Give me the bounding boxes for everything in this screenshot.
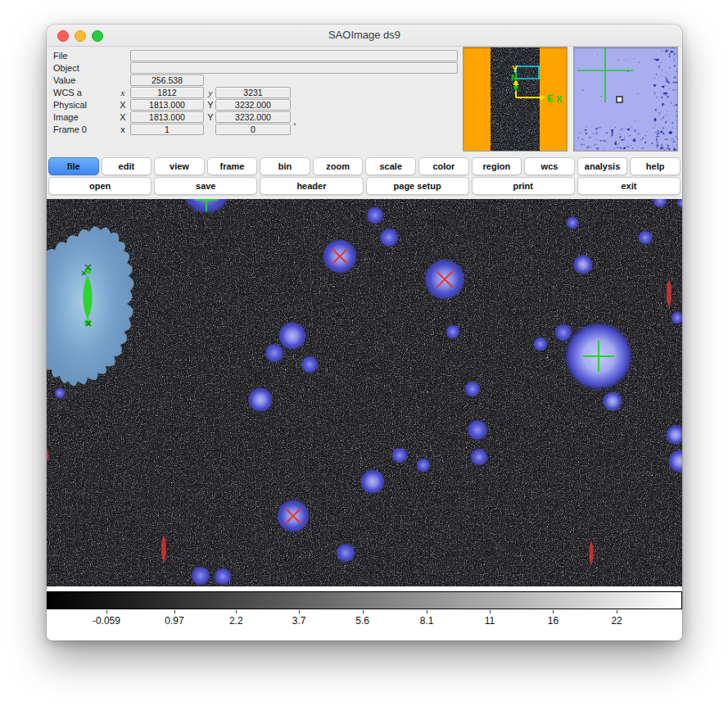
menu-bar: file edit view frame bin zoom scale colo… (48, 157, 681, 175)
panner-image-strip (491, 48, 540, 151)
colorbar-tick (363, 610, 364, 613)
compass-e-label: E (547, 93, 553, 103)
image-x-sublabel: X (117, 111, 129, 123)
colorbar-tick-label: 2.2 (229, 615, 243, 627)
colorbar-tick-label: 3.7 (292, 615, 306, 627)
compass-x-label: X (556, 94, 563, 104)
menu-help[interactable]: help (630, 157, 681, 175)
value-label: Value (53, 75, 75, 86)
wcs-x-sublabel: x (117, 87, 129, 98)
colorbar-tick-label: -0.059 (93, 615, 120, 627)
page-setup-button[interactable]: page setup (366, 177, 469, 195)
magnifier-pixel-noise (574, 48, 677, 151)
traffic-lights (57, 30, 103, 42)
save-button[interactable]: save (154, 177, 257, 195)
open-button[interactable]: open (48, 177, 151, 195)
physical-label: Physical (53, 99, 87, 111)
colorbar-tick-label: 0.97 (165, 615, 183, 627)
menu-region[interactable]: region (472, 157, 522, 175)
image-y-sublabel: Y (205, 111, 216, 123)
header-button[interactable]: header (260, 177, 363, 195)
file-label: File (53, 50, 68, 61)
menu-file[interactable]: file (48, 157, 99, 175)
physical-x-sublabel: X (117, 99, 129, 111)
menu-zoom[interactable]: zoom (313, 157, 364, 175)
physical-x-field: 1813.000 (130, 99, 204, 111)
menu-bin[interactable]: bin (260, 157, 310, 175)
ds9-window: SAOImage ds9 File Object Value 256.538 W… (47, 25, 682, 640)
close-button[interactable] (57, 30, 69, 42)
magnifier-pixel-box (617, 97, 622, 102)
frame-zoom-field: 1 (130, 124, 204, 135)
degree-symbol: ° (293, 122, 296, 130)
colorbar-tick-label: 5.6 (355, 615, 369, 627)
menu-wcs[interactable]: wcs (524, 157, 575, 175)
image-canvas[interactable] (47, 199, 682, 586)
colorbar-panel: -0.059 0.97 2.2 3.7 5.6 8.1 11 16 22 (47, 586, 682, 640)
fits-image (47, 199, 682, 586)
menu-edit[interactable]: edit (102, 157, 152, 175)
magnifier (573, 47, 678, 152)
colorbar-tick (106, 610, 107, 613)
fullscreen-button[interactable] (92, 30, 103, 42)
file-submenu-bar: open save header page setup print exit (48, 177, 681, 195)
menu-view[interactable]: view (154, 157, 205, 175)
image-y-field: 3232.000 (215, 111, 291, 123)
wcs-y-field: 3231 (215, 87, 291, 98)
frame-rotation-field: 0 (215, 124, 291, 135)
panner-canvas: Y N E X (463, 48, 567, 151)
colorbar-tick (617, 610, 617, 613)
frame-zoom-sublabel: x (117, 124, 129, 135)
print-button[interactable]: print (472, 177, 575, 195)
object-field[interactable] (130, 62, 458, 74)
colorbar-tick (299, 610, 300, 613)
exit-button[interactable]: exit (577, 177, 681, 195)
colorbar-tick-label: 22 (611, 615, 622, 627)
menu-color[interactable]: color (418, 157, 469, 175)
frame-label: Frame 0 (53, 124, 87, 135)
menu-scale[interactable]: scale (365, 157, 416, 175)
wcs-label: WCS a (53, 87, 82, 98)
image-label: Image (53, 111, 79, 123)
window-title: SAOImage ds9 (47, 25, 682, 46)
wcs-x-field: 1812 (130, 87, 204, 98)
colorbar-tick-label: 8.1 (420, 615, 434, 627)
titlebar[interactable]: SAOImage ds9 (47, 25, 682, 47)
colorbar-tick (174, 610, 175, 613)
panner[interactable]: Y N E X (463, 47, 567, 152)
value-field: 256.538 (130, 75, 204, 86)
menu-analysis[interactable]: analysis (577, 157, 628, 175)
compass-n-label: N (511, 73, 518, 83)
menu-frame[interactable]: frame (207, 157, 258, 175)
object-label: Object (53, 62, 79, 74)
desktop: SAOImage ds9 File Object Value 256.538 W… (0, 0, 728, 706)
magnifier-canvas (574, 48, 677, 151)
colorbar[interactable] (47, 591, 682, 609)
minimize-button[interactable] (75, 30, 86, 42)
colorbar-tick-label: 11 (485, 615, 495, 627)
physical-y-field: 3232.000 (215, 99, 291, 111)
physical-y-sublabel: Y (205, 99, 216, 111)
colorbar-tick (236, 610, 237, 613)
wcs-y-sublabel: y (205, 87, 216, 98)
file-field[interactable] (130, 50, 458, 61)
image-x-field: 1813.000 (130, 111, 204, 123)
colorbar-tick (427, 610, 427, 613)
colorbar-tick (553, 610, 554, 613)
colorbar-tick (490, 610, 491, 613)
colorbar-tick-label: 16 (548, 615, 558, 627)
